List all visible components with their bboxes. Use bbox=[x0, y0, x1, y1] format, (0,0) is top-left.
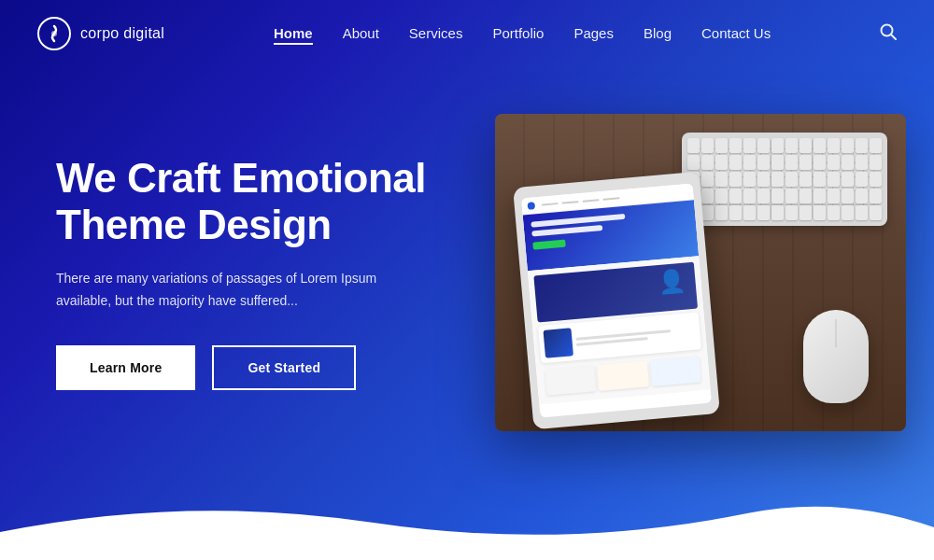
nav-item-home[interactable]: Home bbox=[274, 25, 313, 42]
key bbox=[856, 172, 868, 187]
nav-item-contact[interactable]: Contact Us bbox=[701, 25, 771, 42]
key bbox=[785, 172, 798, 187]
key bbox=[800, 205, 812, 220]
nav-item-blog[interactable]: Blog bbox=[644, 25, 672, 42]
key bbox=[828, 155, 840, 170]
hero-buttons: Learn More Get Started bbox=[56, 345, 458, 390]
key bbox=[828, 205, 840, 220]
nav-links: Home About Services Portfolio Pages Blog… bbox=[274, 25, 771, 42]
svg-line-3 bbox=[891, 35, 896, 39]
key bbox=[785, 155, 798, 170]
key bbox=[743, 155, 756, 170]
key bbox=[842, 172, 854, 187]
key bbox=[800, 138, 812, 153]
nav-link-home[interactable]: Home bbox=[274, 25, 313, 45]
tablet-badge-2 bbox=[597, 360, 649, 391]
nav-link-contact[interactable]: Contact Us bbox=[701, 25, 771, 41]
key bbox=[856, 189, 868, 203]
tablet-hero-title-line1 bbox=[531, 214, 625, 228]
key bbox=[814, 189, 826, 203]
learn-more-button[interactable]: Learn More bbox=[56, 345, 195, 390]
hero-section: corpo digital Home About Services Portfo… bbox=[0, 0, 934, 560]
key bbox=[715, 155, 728, 170]
key bbox=[715, 172, 728, 187]
nav-link-blog[interactable]: Blog bbox=[644, 25, 672, 41]
key bbox=[814, 155, 826, 170]
key bbox=[856, 138, 868, 153]
tablet-logo-dot bbox=[527, 202, 535, 210]
nav-item-portfolio[interactable]: Portfolio bbox=[492, 25, 544, 42]
keyboard-keys bbox=[687, 138, 882, 220]
key bbox=[743, 172, 756, 187]
key bbox=[715, 189, 728, 203]
key bbox=[743, 189, 756, 203]
key bbox=[771, 189, 784, 203]
nav-item-about[interactable]: About bbox=[343, 25, 379, 42]
nav-link-portfolio[interactable]: Portfolio bbox=[492, 25, 544, 41]
navbar: corpo digital Home About Services Portfo… bbox=[0, 0, 934, 67]
key bbox=[729, 172, 742, 187]
nav-item-pages[interactable]: Pages bbox=[573, 25, 614, 42]
tablet-badge-3 bbox=[649, 357, 701, 387]
hero-image bbox=[495, 114, 906, 431]
key bbox=[870, 138, 882, 153]
key bbox=[757, 155, 770, 170]
hero-content: We Craft Emotional Theme Design There ar… bbox=[0, 95, 934, 506]
key bbox=[701, 155, 714, 170]
logo[interactable]: corpo digital bbox=[37, 17, 164, 50]
tablet-screen bbox=[521, 183, 712, 417]
keyboard bbox=[682, 133, 887, 226]
get-started-button[interactable]: Get Started bbox=[212, 345, 356, 390]
tablet bbox=[513, 172, 720, 429]
nav-link-pages[interactable]: Pages bbox=[573, 25, 614, 41]
key bbox=[701, 189, 714, 203]
key bbox=[757, 172, 770, 187]
key bbox=[828, 172, 840, 187]
key bbox=[757, 205, 770, 220]
key bbox=[842, 138, 854, 153]
logo-icon bbox=[37, 17, 71, 50]
key bbox=[771, 205, 784, 220]
key bbox=[814, 172, 826, 187]
key bbox=[687, 138, 700, 153]
key bbox=[687, 155, 700, 170]
tablet-badge-1 bbox=[545, 365, 597, 396]
hero-text: We Craft Emotional Theme Design There ar… bbox=[56, 155, 458, 391]
key bbox=[785, 138, 798, 153]
brand-name: corpo digital bbox=[80, 25, 164, 42]
tablet-nav-line bbox=[582, 199, 599, 203]
tablet-nav-lines bbox=[542, 197, 620, 205]
key bbox=[856, 205, 868, 220]
tablet-nav-line bbox=[542, 203, 559, 206]
key bbox=[842, 189, 854, 203]
key bbox=[870, 205, 882, 220]
key bbox=[828, 138, 840, 153]
key bbox=[814, 205, 826, 220]
key bbox=[757, 138, 770, 153]
device-mockup bbox=[495, 114, 906, 431]
key bbox=[800, 172, 812, 187]
tablet-hero-btn bbox=[532, 240, 566, 250]
key bbox=[785, 189, 798, 203]
tablet-card-lines bbox=[575, 327, 695, 345]
key bbox=[729, 155, 742, 170]
nav-link-services[interactable]: Services bbox=[409, 25, 463, 41]
key bbox=[701, 172, 714, 187]
key bbox=[743, 205, 756, 220]
key bbox=[729, 205, 742, 220]
key bbox=[729, 138, 742, 153]
nav-item-services[interactable]: Services bbox=[409, 25, 463, 42]
search-icon[interactable] bbox=[880, 23, 897, 44]
nav-link-about[interactable]: About bbox=[343, 25, 379, 41]
key bbox=[771, 138, 784, 153]
key bbox=[814, 138, 826, 153]
tablet-hero-title-line2 bbox=[531, 225, 602, 237]
key bbox=[800, 155, 812, 170]
key bbox=[729, 189, 742, 203]
key bbox=[785, 205, 798, 220]
tablet-nav-line bbox=[562, 201, 579, 204]
mouse bbox=[803, 310, 869, 403]
svg-point-1 bbox=[51, 31, 57, 36]
key bbox=[757, 189, 770, 203]
key bbox=[771, 155, 784, 170]
